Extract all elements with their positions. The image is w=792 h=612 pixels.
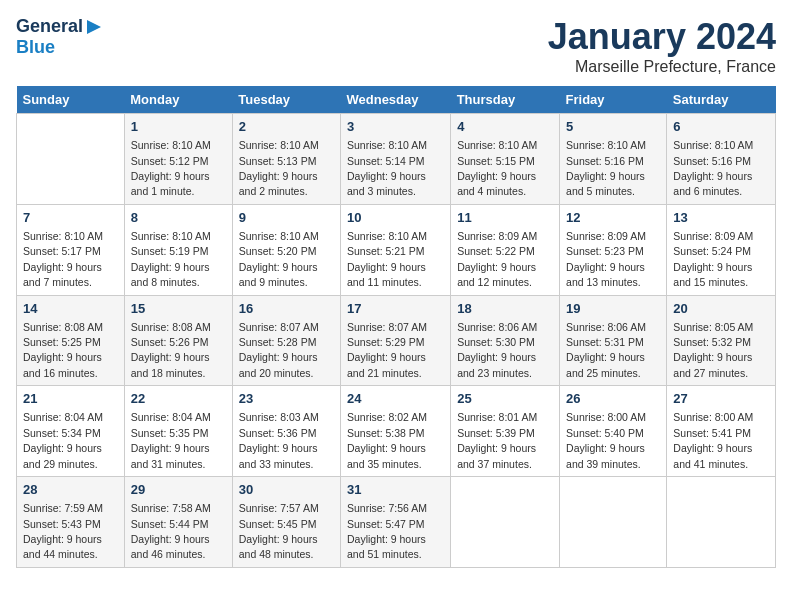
day-number: 21	[23, 390, 118, 408]
day-number: 26	[566, 390, 660, 408]
calendar-cell: 21Sunrise: 8:04 AM Sunset: 5:34 PM Dayli…	[17, 386, 125, 477]
calendar-cell: 25Sunrise: 8:01 AM Sunset: 5:39 PM Dayli…	[451, 386, 560, 477]
weekday-header-wednesday: Wednesday	[340, 86, 450, 114]
weekday-header-saturday: Saturday	[667, 86, 776, 114]
day-info: Sunrise: 7:56 AM Sunset: 5:47 PM Dayligh…	[347, 502, 427, 560]
calendar-cell	[560, 477, 667, 568]
calendar-cell	[451, 477, 560, 568]
day-number: 1	[131, 118, 226, 136]
day-info: Sunrise: 8:05 AM Sunset: 5:32 PM Dayligh…	[673, 321, 753, 379]
calendar-cell: 9Sunrise: 8:10 AM Sunset: 5:20 PM Daylig…	[232, 204, 340, 295]
day-info: Sunrise: 8:00 AM Sunset: 5:41 PM Dayligh…	[673, 411, 753, 469]
page-header: General Blue January 2024 Marseille Pref…	[16, 16, 776, 76]
weekday-header-thursday: Thursday	[451, 86, 560, 114]
calendar-week-3: 14Sunrise: 8:08 AM Sunset: 5:25 PM Dayli…	[17, 295, 776, 386]
svg-marker-0	[87, 20, 101, 34]
day-number: 9	[239, 209, 334, 227]
day-info: Sunrise: 8:10 AM Sunset: 5:20 PM Dayligh…	[239, 230, 319, 288]
day-number: 29	[131, 481, 226, 499]
calendar-cell: 20Sunrise: 8:05 AM Sunset: 5:32 PM Dayli…	[667, 295, 776, 386]
day-info: Sunrise: 8:10 AM Sunset: 5:16 PM Dayligh…	[673, 139, 753, 197]
weekday-header-friday: Friday	[560, 86, 667, 114]
calendar-cell: 19Sunrise: 8:06 AM Sunset: 5:31 PM Dayli…	[560, 295, 667, 386]
calendar-cell: 27Sunrise: 8:00 AM Sunset: 5:41 PM Dayli…	[667, 386, 776, 477]
calendar-table: SundayMondayTuesdayWednesdayThursdayFrid…	[16, 86, 776, 568]
calendar-cell: 7Sunrise: 8:10 AM Sunset: 5:17 PM Daylig…	[17, 204, 125, 295]
day-info: Sunrise: 8:06 AM Sunset: 5:30 PM Dayligh…	[457, 321, 537, 379]
day-info: Sunrise: 8:10 AM Sunset: 5:12 PM Dayligh…	[131, 139, 211, 197]
day-number: 5	[566, 118, 660, 136]
day-number: 31	[347, 481, 444, 499]
calendar-cell: 28Sunrise: 7:59 AM Sunset: 5:43 PM Dayli…	[17, 477, 125, 568]
day-info: Sunrise: 8:10 AM Sunset: 5:21 PM Dayligh…	[347, 230, 427, 288]
day-number: 27	[673, 390, 769, 408]
logo-general: General	[16, 17, 83, 37]
weekday-header-monday: Monday	[124, 86, 232, 114]
title-block: January 2024 Marseille Prefecture, Franc…	[548, 16, 776, 76]
day-info: Sunrise: 8:08 AM Sunset: 5:25 PM Dayligh…	[23, 321, 103, 379]
calendar-week-4: 21Sunrise: 8:04 AM Sunset: 5:34 PM Dayli…	[17, 386, 776, 477]
calendar-cell: 26Sunrise: 8:00 AM Sunset: 5:40 PM Dayli…	[560, 386, 667, 477]
day-number: 7	[23, 209, 118, 227]
day-number: 23	[239, 390, 334, 408]
day-number: 2	[239, 118, 334, 136]
calendar-cell: 30Sunrise: 7:57 AM Sunset: 5:45 PM Dayli…	[232, 477, 340, 568]
calendar-cell: 6Sunrise: 8:10 AM Sunset: 5:16 PM Daylig…	[667, 114, 776, 205]
day-number: 12	[566, 209, 660, 227]
day-number: 14	[23, 300, 118, 318]
calendar-cell: 31Sunrise: 7:56 AM Sunset: 5:47 PM Dayli…	[340, 477, 450, 568]
day-number: 28	[23, 481, 118, 499]
day-number: 22	[131, 390, 226, 408]
calendar-cell: 5Sunrise: 8:10 AM Sunset: 5:16 PM Daylig…	[560, 114, 667, 205]
calendar-cell: 2Sunrise: 8:10 AM Sunset: 5:13 PM Daylig…	[232, 114, 340, 205]
day-info: Sunrise: 8:01 AM Sunset: 5:39 PM Dayligh…	[457, 411, 537, 469]
day-info: Sunrise: 7:57 AM Sunset: 5:45 PM Dayligh…	[239, 502, 319, 560]
day-number: 24	[347, 390, 444, 408]
day-number: 6	[673, 118, 769, 136]
day-info: Sunrise: 8:09 AM Sunset: 5:24 PM Dayligh…	[673, 230, 753, 288]
calendar-cell: 23Sunrise: 8:03 AM Sunset: 5:36 PM Dayli…	[232, 386, 340, 477]
calendar-week-5: 28Sunrise: 7:59 AM Sunset: 5:43 PM Dayli…	[17, 477, 776, 568]
calendar-cell	[17, 114, 125, 205]
day-info: Sunrise: 7:58 AM Sunset: 5:44 PM Dayligh…	[131, 502, 211, 560]
calendar-week-1: 1Sunrise: 8:10 AM Sunset: 5:12 PM Daylig…	[17, 114, 776, 205]
day-info: Sunrise: 8:09 AM Sunset: 5:22 PM Dayligh…	[457, 230, 537, 288]
day-number: 10	[347, 209, 444, 227]
day-info: Sunrise: 8:07 AM Sunset: 5:28 PM Dayligh…	[239, 321, 319, 379]
day-number: 11	[457, 209, 553, 227]
day-info: Sunrise: 8:10 AM Sunset: 5:13 PM Dayligh…	[239, 139, 319, 197]
calendar-cell: 18Sunrise: 8:06 AM Sunset: 5:30 PM Dayli…	[451, 295, 560, 386]
weekday-header-tuesday: Tuesday	[232, 86, 340, 114]
calendar-cell: 12Sunrise: 8:09 AM Sunset: 5:23 PM Dayli…	[560, 204, 667, 295]
day-number: 19	[566, 300, 660, 318]
day-number: 18	[457, 300, 553, 318]
day-info: Sunrise: 8:09 AM Sunset: 5:23 PM Dayligh…	[566, 230, 646, 288]
day-number: 30	[239, 481, 334, 499]
calendar-cell: 17Sunrise: 8:07 AM Sunset: 5:29 PM Dayli…	[340, 295, 450, 386]
day-info: Sunrise: 8:04 AM Sunset: 5:34 PM Dayligh…	[23, 411, 103, 469]
day-info: Sunrise: 7:59 AM Sunset: 5:43 PM Dayligh…	[23, 502, 103, 560]
day-number: 20	[673, 300, 769, 318]
calendar-cell: 14Sunrise: 8:08 AM Sunset: 5:25 PM Dayli…	[17, 295, 125, 386]
location-subtitle: Marseille Prefecture, France	[548, 58, 776, 76]
calendar-cell: 3Sunrise: 8:10 AM Sunset: 5:14 PM Daylig…	[340, 114, 450, 205]
day-info: Sunrise: 8:10 AM Sunset: 5:17 PM Dayligh…	[23, 230, 103, 288]
calendar-cell	[667, 477, 776, 568]
day-info: Sunrise: 8:06 AM Sunset: 5:31 PM Dayligh…	[566, 321, 646, 379]
logo-blue: Blue	[16, 38, 55, 58]
logo: General Blue	[16, 16, 105, 58]
day-number: 8	[131, 209, 226, 227]
day-number: 16	[239, 300, 334, 318]
day-number: 3	[347, 118, 444, 136]
day-number: 13	[673, 209, 769, 227]
day-info: Sunrise: 8:10 AM Sunset: 5:19 PM Dayligh…	[131, 230, 211, 288]
day-number: 25	[457, 390, 553, 408]
day-info: Sunrise: 8:10 AM Sunset: 5:16 PM Dayligh…	[566, 139, 646, 197]
calendar-cell: 15Sunrise: 8:08 AM Sunset: 5:26 PM Dayli…	[124, 295, 232, 386]
calendar-cell: 13Sunrise: 8:09 AM Sunset: 5:24 PM Dayli…	[667, 204, 776, 295]
weekday-header-row: SundayMondayTuesdayWednesdayThursdayFrid…	[17, 86, 776, 114]
calendar-cell: 4Sunrise: 8:10 AM Sunset: 5:15 PM Daylig…	[451, 114, 560, 205]
calendar-cell: 8Sunrise: 8:10 AM Sunset: 5:19 PM Daylig…	[124, 204, 232, 295]
calendar-cell: 22Sunrise: 8:04 AM Sunset: 5:35 PM Dayli…	[124, 386, 232, 477]
day-info: Sunrise: 8:10 AM Sunset: 5:15 PM Dayligh…	[457, 139, 537, 197]
